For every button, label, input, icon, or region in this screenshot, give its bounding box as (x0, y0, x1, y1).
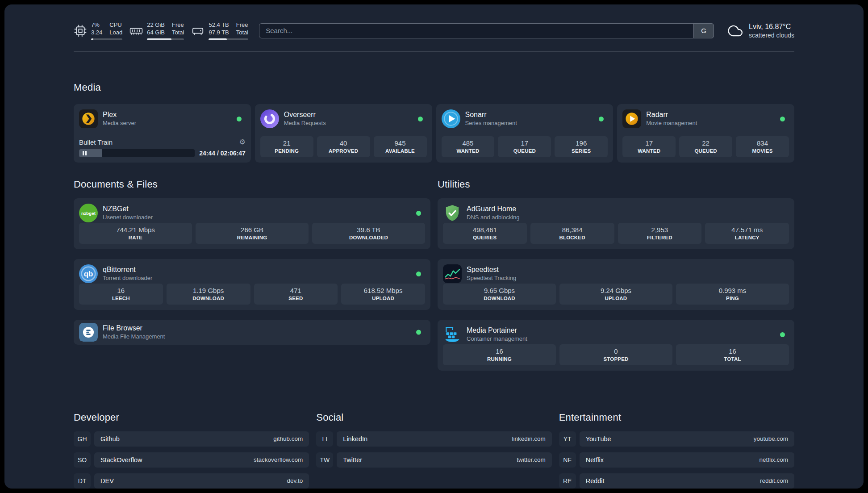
service-card-speedtest[interactable]: Speedtest Speedtest Tracking 9.65 GbpsDO… (438, 259, 794, 310)
service-card-nzbget[interactable]: nzbget NZBGet Usenet downloader 744.21 M… (74, 198, 430, 249)
section-documents: Documents & Files nzbget NZBGet Usenet d (74, 179, 430, 380)
overseerr-icon (260, 109, 279, 128)
bookmark-domain: linkedin.com (512, 435, 546, 442)
bookmark-abbr: TW (316, 452, 333, 468)
stat-tile: 39.6 TBDOWNLOADED (312, 223, 425, 244)
service-desc: Series management (465, 120, 517, 126)
status-dot (416, 272, 421, 276)
bookmark-group-developer: Developer GH Github github.com SO StackO… (74, 412, 309, 489)
service-card-radarr[interactable]: Radarr Movie management 17WANTED 22QUEUE… (617, 104, 794, 163)
disk-free-label: Free (236, 21, 248, 29)
stat-tile: 945AVAILABLE (374, 136, 427, 157)
search-provider-button[interactable]: G (693, 23, 714, 38)
memory-free-label: Free (172, 21, 184, 29)
stat-tile: 498,461QUERIES (443, 223, 527, 244)
status-dot (416, 211, 421, 216)
bookmark-abbr: YT (559, 431, 576, 447)
playback-time: 24:44 / 02:06:47 (199, 150, 246, 157)
disk-total-label: Total (236, 29, 248, 36)
memory-progress-bar (147, 38, 184, 40)
nzbget-icon: nzbget (79, 204, 98, 222)
memory-total-label: Total (172, 29, 184, 36)
bookmark-github[interactable]: GH Github github.com (74, 431, 309, 447)
gear-icon[interactable]: ⚙ (239, 138, 245, 146)
bookmark-group-entertainment: Entertainment YT YouTube youtube.com NF … (559, 412, 794, 489)
bookmark-twitter[interactable]: TW Twitter twitter.com (316, 452, 551, 468)
service-card-qbittorrent[interactable]: qb qBittorrent Torrent downloader 16LEEC… (74, 259, 430, 310)
search-bar: G (259, 23, 714, 38)
stat-tile: 21PENDING (260, 136, 313, 157)
cpu-sublabel: Load (109, 29, 122, 36)
service-desc: Speedtest Tracking (467, 275, 516, 281)
service-card-filebrowser[interactable]: File Browser Media File Management (74, 320, 430, 345)
memory-widget: 22 GiB 64 GiB Free Total (129, 21, 184, 40)
status-dot (416, 330, 421, 334)
service-desc: Media Requests (284, 120, 326, 126)
stat-tile: 744.21 MbpsRATE (79, 223, 192, 244)
bookmark-abbr: GH (74, 431, 91, 447)
stat-tile: 9.65 GbpsDOWNLOAD (443, 284, 556, 305)
status-dot (780, 332, 785, 337)
stat-tile: 17WANTED (622, 136, 676, 157)
stat-tile: 0.993 msPING (676, 284, 789, 305)
stat-tile: 22QUEUED (679, 136, 732, 157)
bookmark-group-social: Social LI LinkedIn linkedin.com TW Twitt… (316, 412, 551, 489)
service-name: Overseerr (284, 111, 326, 119)
service-name: File Browser (103, 324, 165, 332)
bookmark-dev[interactable]: DT DEV dev.to (74, 473, 309, 489)
svg-text:nzbget: nzbget (81, 210, 96, 215)
bookmark-name: Reddit (586, 477, 605, 485)
stat-tile: 47.571 msLATENCY (705, 223, 789, 244)
cpu-icon (74, 24, 87, 38)
service-card-plex[interactable]: Plex Media server Bullet Train ⚙ (74, 104, 251, 163)
service-desc: Media server (103, 120, 136, 126)
service-card-sonarr[interactable]: Sonarr Series management 485WANTED 17QUE… (436, 104, 613, 163)
service-name: Sonarr (465, 111, 517, 119)
svg-text:qb: qb (84, 270, 93, 278)
bookmark-domain: stackoverflow.com (254, 456, 303, 463)
stat-tile: 86,384BLOCKED (530, 223, 614, 244)
bookmark-name: YouTube (586, 435, 611, 443)
weather-location: Lviv, 16.87°C (749, 23, 794, 31)
memory-total: 64 GiB (147, 29, 165, 36)
stat-tile: 1.19 GbpsDOWNLOAD (167, 284, 250, 305)
disk-progress-bar (209, 38, 248, 40)
bookmark-domain: youtube.com (754, 435, 788, 442)
service-desc: Movie management (646, 120, 697, 126)
disk-total: 97.9 TB (209, 29, 229, 36)
sonarr-icon (442, 109, 460, 128)
now-playing-widget: Bullet Train ⚙ 24:44 / 02:06:47 (79, 138, 246, 157)
disk-free: 52.4 TB (209, 21, 229, 29)
bookmark-stackoverflow[interactable]: SO StackOverflow stackoverflow.com (74, 452, 309, 468)
service-card-adguard[interactable]: AdGuard Home DNS and adblocking 498,461Q… (438, 198, 794, 249)
status-dot (418, 117, 423, 121)
bookmark-youtube[interactable]: YT YouTube youtube.com (559, 431, 794, 447)
bookmark-reddit[interactable]: RE Reddit reddit.com (559, 473, 794, 489)
bookmark-linkedin[interactable]: LI LinkedIn linkedin.com (316, 431, 551, 447)
service-name: qBittorrent (103, 266, 152, 274)
portainer-icon (443, 325, 462, 344)
bookmark-abbr: RE (559, 473, 576, 489)
bookmark-abbr: NF (559, 452, 576, 468)
bookmark-abbr: SO (74, 452, 91, 468)
bookmark-domain: github.com (273, 435, 303, 442)
stat-tile: 196SERIES (555, 136, 608, 157)
cpu-progress-bar (91, 38, 122, 40)
service-desc: Container management (467, 335, 527, 342)
service-name: Plex (103, 111, 136, 119)
memory-free: 22 GiB (147, 21, 165, 29)
service-desc: Media File Management (103, 333, 165, 340)
bookmark-netflix[interactable]: NF Netflix netflix.com (559, 452, 794, 468)
search-input[interactable] (259, 23, 714, 38)
service-card-portainer[interactable]: Media Portainer Container management 16R… (438, 320, 794, 371)
pause-icon[interactable] (83, 151, 87, 155)
playback-progress-bar (79, 149, 195, 157)
service-card-overseerr[interactable]: Overseerr Media Requests 21PENDING 40APP… (255, 104, 432, 163)
bookmark-domain: netflix.com (759, 456, 788, 463)
qbittorrent-icon: qb (79, 264, 98, 283)
cpu-widget: 7% 3.24 CPU Load (74, 21, 122, 40)
weather-condition: scattered clouds (749, 32, 794, 39)
section-title-media: Media (74, 82, 794, 93)
bookmark-domain: twitter.com (517, 456, 546, 463)
topbar-divider (74, 51, 794, 51)
